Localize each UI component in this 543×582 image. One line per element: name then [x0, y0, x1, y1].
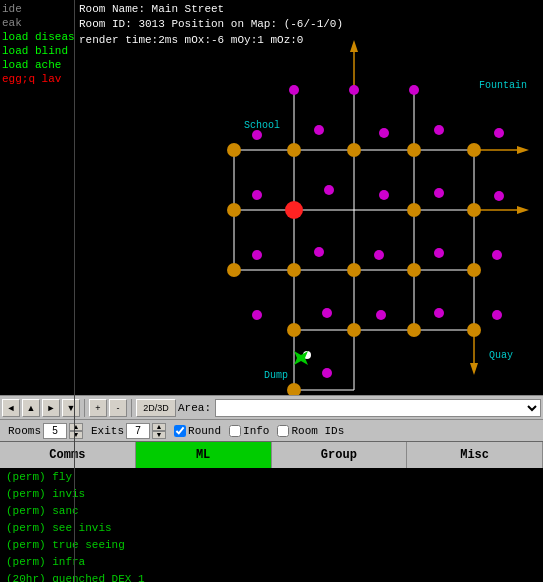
sidebar-item-1[interactable]: eak: [0, 16, 75, 30]
toolbar-sep-2: [131, 399, 132, 417]
bottom-line-5: (perm) infra: [6, 554, 537, 571]
tab-group[interactable]: Group: [272, 442, 408, 468]
map-svg: School Fountain Dump Quay: [75, 0, 543, 395]
map-mob-node: [379, 190, 389, 200]
room-ids-checkbox[interactable]: [277, 425, 289, 437]
map-info: Room Name: Main Street Room ID: 3013 Pos…: [79, 2, 343, 48]
map-node[interactable]: [407, 143, 421, 157]
map-mob-node: [252, 250, 262, 260]
exits-spinner-btns: ▲ ▼: [152, 423, 166, 439]
sidebar-item-3[interactable]: load blind: [0, 44, 75, 58]
map-mob-node: [374, 250, 384, 260]
map-label-dump: Dump: [264, 370, 288, 381]
map-mob-node: [379, 128, 389, 138]
map-node[interactable]: [347, 143, 361, 157]
svg-marker-36: [350, 40, 358, 52]
zoom-in-button[interactable]: +: [89, 399, 107, 417]
map-label-school: School: [244, 120, 280, 131]
rooms-value[interactable]: [43, 423, 67, 439]
exits-label: Exits: [91, 425, 124, 437]
map-node[interactable]: [287, 323, 301, 337]
map-node[interactable]: [407, 203, 421, 217]
area-label: Area:: [178, 402, 211, 414]
info-checkbox[interactable]: [229, 425, 241, 437]
room-ids-option[interactable]: Room IDs: [277, 425, 344, 437]
options-row: Rooms ▲ ▼ Exits ▲ ▼ Round Info Room IDs: [0, 419, 543, 441]
map-node[interactable]: [407, 323, 421, 337]
bottom-line-2: (perm) sanc: [6, 503, 537, 520]
map-current-room[interactable]: [285, 201, 303, 219]
info-option[interactable]: Info: [229, 425, 269, 437]
map-room-id: Room ID: 3013 Position on Map: (-6/-1/0): [79, 17, 343, 32]
map-mob-node: [314, 247, 324, 257]
map-mob-node: [494, 191, 504, 201]
map-mob-node: [434, 188, 444, 198]
map-node[interactable]: [227, 143, 241, 157]
down-button[interactable]: ▼: [62, 399, 80, 417]
map-mob-node: [376, 310, 386, 320]
sidebar-item-2[interactable]: load disease: [0, 30, 75, 44]
rooms-down-btn[interactable]: ▼: [69, 431, 83, 439]
rooms-spinner: Rooms ▲ ▼: [8, 423, 83, 439]
map-mob-node: [434, 125, 444, 135]
back-button[interactable]: ◄: [2, 399, 20, 417]
exits-value[interactable]: [126, 423, 150, 439]
bottom-line-0: (perm) fly: [6, 469, 537, 486]
map-mob-node: [289, 85, 299, 95]
sidebar-item-5[interactable]: egg;q lav: [0, 72, 75, 86]
svg-marker-40: [517, 146, 529, 154]
bottom-line-4: (perm) true seeing: [6, 537, 537, 554]
map-mob-node: [494, 128, 504, 138]
map-label-quay: Quay: [489, 350, 513, 361]
sidebar-item-0[interactable]: ide: [0, 2, 75, 16]
tab-misc[interactable]: Misc: [407, 442, 543, 468]
round-option[interactable]: Round: [174, 425, 221, 437]
map-mob-node: [349, 85, 359, 95]
top-section: ide eak load disease load blind load ach…: [0, 0, 543, 395]
map-mob-node: [492, 250, 502, 260]
map-node[interactable]: [347, 263, 361, 277]
round-checkbox[interactable]: [174, 425, 186, 437]
map-node[interactable]: [467, 263, 481, 277]
map-node[interactable]: [227, 203, 241, 217]
map-node[interactable]: [347, 323, 361, 337]
map-node[interactable]: [287, 263, 301, 277]
round-label: Round: [188, 425, 221, 437]
exits-up-btn[interactable]: ▲: [152, 423, 166, 431]
map-node[interactable]: [467, 143, 481, 157]
map-mob-node: [324, 185, 334, 195]
exits-down-btn[interactable]: ▼: [152, 431, 166, 439]
map-node[interactable]: [467, 203, 481, 217]
rooms-up-btn[interactable]: ▲: [69, 423, 83, 431]
rooms-spinner-btns: ▲ ▼: [69, 423, 83, 439]
map-render-time: render time:2ms mOx:-6 mOy:1 mOz:0: [79, 33, 343, 48]
map-area: Room Name: Main Street Room ID: 3013 Pos…: [75, 0, 543, 395]
tab-ml[interactable]: ML: [136, 442, 272, 468]
map-mob-node: [322, 368, 332, 378]
map-label-fountain: Fountain: [479, 80, 527, 91]
bottom-line-6: (20hr) quenched DEX 1: [6, 571, 537, 582]
zoom-out-button[interactable]: -: [109, 399, 127, 417]
sidebar: ide eak load disease load blind load ach…: [0, 0, 75, 395]
area-select[interactable]: [215, 399, 541, 417]
bottom-line-3: (perm) see invis: [6, 520, 537, 537]
map-mob-node: [409, 85, 419, 95]
map-mob-node: [252, 130, 262, 140]
sidebar-item-4[interactable]: load ache: [0, 58, 75, 72]
svg-marker-43: [470, 363, 478, 375]
map-mob-node: [314, 125, 324, 135]
toolbar-sep-1: [84, 399, 85, 417]
map-node[interactable]: [287, 383, 301, 395]
map-node[interactable]: [467, 323, 481, 337]
tab-comms[interactable]: Comms: [0, 442, 136, 468]
map-node[interactable]: [287, 143, 301, 157]
map-mob-node: [434, 248, 444, 258]
map-node[interactable]: [227, 263, 241, 277]
map-node[interactable]: [407, 263, 421, 277]
view-toggle-button[interactable]: 2D/3D: [136, 399, 176, 417]
forward-button[interactable]: ►: [42, 399, 60, 417]
up-button[interactable]: ▲: [22, 399, 40, 417]
map-mob-node: [322, 308, 332, 318]
bottom-line-1: (perm) invis: [6, 486, 537, 503]
bottom-area: (perm) fly (perm) invis (perm) sanc (per…: [0, 467, 543, 582]
